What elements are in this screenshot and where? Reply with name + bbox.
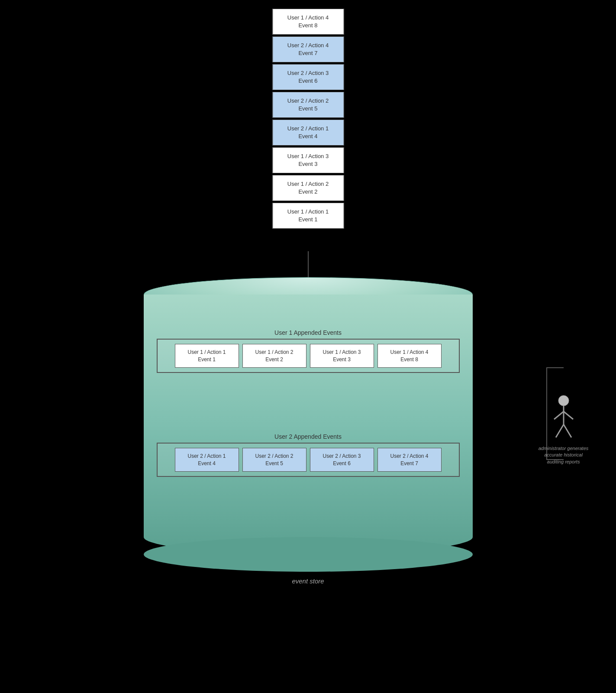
svg-line-4: [556, 424, 564, 437]
stick-figure-svg: [551, 394, 577, 442]
u1-event1: User 1 / Action 1Event 1: [175, 344, 239, 368]
stack-event-7: User 2 / Action 4Event 7: [272, 36, 344, 62]
user2-group-box: User 2 / Action 1Event 4 User 2 / Action…: [157, 443, 460, 477]
cylinder-body: User 1 Appended Events User 1 / Action 1…: [144, 295, 473, 554]
admin-label: administrator generates accurate histori…: [535, 445, 592, 465]
u2-event7: User 2 / Action 4Event 7: [377, 448, 442, 472]
u2-event6: User 2 / Action 3Event 6: [310, 448, 374, 472]
u1-event2: User 1 / Action 2Event 2: [242, 344, 306, 368]
admin-arrow-user1: [546, 367, 564, 368]
u2-event4: User 2 / Action 1Event 4: [175, 448, 239, 472]
svg-line-3: [564, 411, 573, 419]
stack-event-6: User 2 / Action 3Event 6: [272, 64, 344, 90]
stack-event-4: User 2 / Action 1Event 4: [272, 120, 344, 146]
u1-event8: User 1 / Action 4Event 8: [377, 344, 442, 368]
event-stack: User 1 / Action 4Event 8 User 2 / Action…: [272, 9, 344, 230]
diagram-container: User 1 / Action 4Event 8 User 2 / Action…: [113, 0, 503, 693]
u1-event3: User 1 / Action 3Event 3: [310, 344, 374, 368]
user1-group-label: User 1 Appended Events: [157, 329, 460, 336]
stack-event-1: User 1 / Action 1Event 1: [272, 203, 344, 229]
user1-group-box: User 1 / Action 1Event 1 User 1 / Action…: [157, 339, 460, 373]
cylinder-label: event store: [292, 577, 324, 585]
svg-point-0: [558, 395, 569, 406]
cylinder-bottom: [144, 537, 473, 572]
user2-group-label: User 2 Appended Events: [157, 433, 460, 440]
svg-line-5: [564, 424, 571, 437]
user1-group: User 1 Appended Events User 1 / Action 1…: [157, 329, 460, 373]
user2-group: User 2 Appended Events User 2 / Action 1…: [157, 433, 460, 477]
u2-event5: User 2 / Action 2Event 5: [242, 448, 306, 472]
svg-line-2: [554, 411, 564, 419]
event-store-cylinder: User 1 Appended Events User 1 / Action 1…: [144, 277, 473, 572]
stack-event-5: User 2 / Action 2Event 5: [272, 92, 344, 118]
stack-event-2: User 1 / Action 2Event 2: [272, 175, 344, 201]
admin-figure: administrator generates accurate histori…: [551, 394, 592, 465]
stack-event-8: User 1 / Action 4Event 8: [272, 9, 344, 35]
stack-event-3: User 1 / Action 3Event 3: [272, 147, 344, 173]
